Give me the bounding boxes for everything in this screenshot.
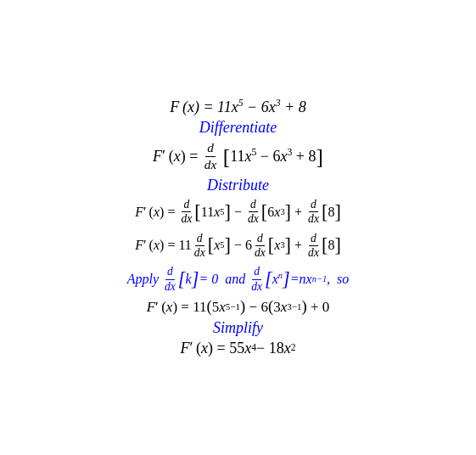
line-fx: F (x) = 11x5 − 6x3 + 8: [26, 99, 451, 115]
bracket-left-1: [: [223, 146, 230, 167]
distribute-text: Distribute: [207, 177, 269, 193]
line-fprime-3: F′ (x) = 11 d dx [x5] − 6 d dx [x3] + d …: [26, 232, 451, 261]
frac-apply-2: d dx: [249, 265, 264, 294]
fprime1-left: F′ (x) =: [153, 149, 198, 164]
bracket-right-1: ]: [316, 146, 323, 167]
math-container: F (x) = 11x5 − 6x3 + 8 Differentiate F′ …: [9, 86, 468, 368]
line-fprime-1: F′ (x) = d dx [ 11x5 − 6x3 + 8 ]: [26, 140, 451, 172]
frac-den-dx: dx: [203, 157, 218, 172]
fprime1-expr: 11x5 − 6x3 + 8: [230, 149, 316, 164]
label-differentiate: Differentiate: [26, 120, 451, 135]
frac-4: d dx: [193, 232, 207, 261]
frac-num-d: d: [205, 140, 216, 156]
label-distribute: Distribute: [26, 177, 451, 193]
fx-expression: F (x) = 11x5 − 6x3 + 8: [170, 99, 305, 115]
frac-2: d dx: [246, 198, 260, 227]
line-fprime-final: F′ (x) = 55x4 − 18x2: [26, 340, 451, 356]
line-fprime-4: F′ (x) = 11(5x5−1) − 6(3x3−1) + 0: [26, 299, 451, 315]
frac-apply-1: d dx: [163, 265, 177, 294]
line-apply: Apply d dx [k] = 0 and d dx [xn] = nxn−1…: [26, 265, 451, 294]
frac-1: d dx: [179, 198, 193, 227]
frac-5: d dx: [253, 232, 267, 261]
frac-3: d dx: [306, 198, 321, 227]
frac-ddx-1: d dx: [203, 140, 218, 172]
line-fprime-2: F′ (x) = d dx [11x5] − d dx [6x3] + d dx…: [26, 198, 451, 227]
label-simplify: Simplify: [26, 320, 451, 335]
frac-6: d dx: [306, 232, 321, 261]
simplify-text: Simplify: [213, 320, 263, 335]
differentiate-text: Differentiate: [199, 120, 277, 135]
